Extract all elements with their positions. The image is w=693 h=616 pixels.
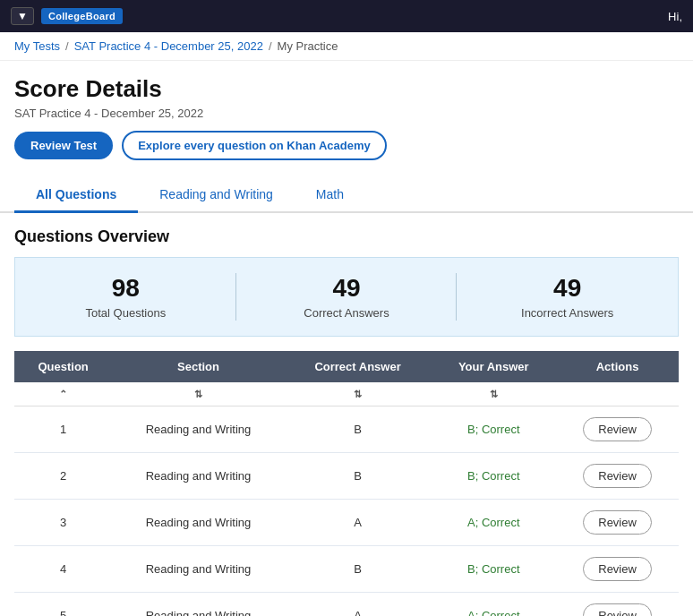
cell-your-answer-1: B; Correct — [431, 406, 556, 453]
collegeboard-logo: CollegeBoard — [41, 8, 123, 24]
cell-section-3: Reading and Writing — [112, 500, 285, 546]
tab-math[interactable]: Math — [295, 178, 365, 213]
sort-your-icon: ⇅ — [490, 389, 498, 399]
cell-correct-1: B — [285, 406, 432, 453]
cell-correct-5: A — [285, 593, 432, 617]
review-button-3[interactable]: Review — [583, 510, 652, 535]
review-button-4[interactable]: Review — [583, 557, 652, 581]
breadcrumb-my-tests[interactable]: My Tests — [14, 39, 60, 53]
review-button-1[interactable]: Review — [583, 417, 652, 441]
stats-row: 98 Total Questions 49 Correct Answers 49… — [14, 257, 679, 337]
top-nav-left: ▼ CollegeBoard — [11, 7, 123, 25]
stat-incorrect-label: Incorrect Answers — [466, 306, 669, 320]
col-actions: Actions — [556, 351, 679, 382]
cell-actions-1: Review — [556, 406, 679, 453]
questions-table: Question Section Correct Answer Your Ans… — [14, 351, 679, 616]
cell-actions-5: Review — [556, 593, 679, 617]
stat-total-number: 98 — [24, 274, 227, 303]
stat-correct-answers: 49 Correct Answers — [236, 258, 458, 336]
dropdown-arrow: ▼ — [17, 10, 28, 22]
review-test-button[interactable]: Review Test — [14, 132, 113, 159]
col-section: Section — [112, 351, 285, 382]
questions-overview-heading: Questions Overview — [14, 227, 679, 246]
stat-correct-label: Correct Answers — [245, 306, 449, 320]
cell-correct-2: B — [285, 453, 432, 500]
top-nav-right: Hi, — [668, 10, 682, 23]
score-details-title: Score Details — [14, 75, 679, 103]
col-correct-answer: Correct Answer — [285, 351, 432, 382]
cell-your-answer-4: B; Correct — [431, 546, 556, 593]
stat-incorrect-number: 49 — [466, 274, 669, 303]
breadcrumb-current: My Practice — [278, 39, 338, 53]
tabs-bar: All Questions Reading and Writing Math — [0, 178, 693, 213]
sort-section[interactable]: ⇅ — [112, 382, 285, 406]
table-header-row: Question Section Correct Answer Your Ans… — [14, 351, 679, 382]
cell-question-5: 5 — [14, 593, 112, 617]
table-row: 4Reading and WritingBB; CorrectReview — [14, 546, 679, 593]
table-row: 5Reading and WritingAA; CorrectReview — [14, 593, 679, 617]
table-row: 2Reading and WritingBB; CorrectReview — [14, 453, 679, 500]
sort-correct-answer[interactable]: ⇅ — [285, 382, 432, 406]
stat-incorrect-answers: 49 Incorrect Answers — [457, 258, 678, 336]
cell-question-1: 1 — [14, 406, 112, 453]
cell-actions-3: Review — [556, 500, 679, 546]
cell-correct-3: A — [285, 500, 432, 546]
cell-actions-2: Review — [556, 453, 679, 500]
stat-correct-number: 49 — [245, 274, 449, 303]
cell-question-4: 4 — [14, 546, 112, 593]
explore-khan-academy-button[interactable]: Explore every question on Khan Academy — [122, 131, 387, 160]
cell-your-answer-2: B; Correct — [431, 453, 556, 500]
cell-question-2: 2 — [14, 453, 112, 500]
tab-reading-writing[interactable]: Reading and Writing — [138, 178, 295, 213]
top-nav-bar: ▼ CollegeBoard Hi, — [0, 0, 693, 32]
questions-overview-section: Questions Overview 98 Total Questions 49… — [0, 213, 693, 616]
cell-your-answer-3: A; Correct — [431, 500, 556, 546]
review-button-5[interactable]: Review — [583, 603, 652, 616]
stat-total-questions: 98 Total Questions — [15, 258, 236, 336]
breadcrumb-sep-2: / — [269, 39, 272, 53]
table-body: 1Reading and WritingBB; CorrectReview2Re… — [14, 406, 679, 617]
table-row: 3Reading and WritingAA; CorrectReview — [14, 500, 679, 546]
cell-section-4: Reading and Writing — [112, 546, 285, 593]
tab-all-questions[interactable]: All Questions — [14, 178, 138, 213]
table-sort-row: ⌃ ⇅ ⇅ ⇅ — [14, 382, 679, 406]
col-question: Question — [14, 351, 112, 382]
sort-question[interactable]: ⌃ — [14, 382, 112, 406]
review-button-2[interactable]: Review — [583, 464, 652, 488]
breadcrumb-sep-1: / — [65, 39, 69, 53]
cell-actions-4: Review — [556, 546, 679, 593]
cell-question-3: 3 — [14, 500, 112, 546]
cell-section-1: Reading and Writing — [112, 406, 285, 453]
cell-section-5: Reading and Writing — [112, 593, 285, 617]
table-row: 1Reading and WritingBB; CorrectReview — [14, 406, 679, 453]
cell-section-2: Reading and Writing — [112, 453, 285, 500]
sort-actions — [556, 382, 679, 406]
col-your-answer: Your Answer — [431, 351, 556, 382]
sort-your-answer[interactable]: ⇅ — [431, 382, 556, 406]
sort-question-icon: ⌃ — [59, 389, 67, 399]
breadcrumb-practice-link[interactable]: SAT Practice 4 - December 25, 2022 — [74, 39, 263, 53]
score-details-subtitle: SAT Practice 4 - December 25, 2022 — [14, 107, 679, 120]
breadcrumb: My Tests / SAT Practice 4 - December 25,… — [0, 32, 693, 61]
cell-correct-4: B — [285, 546, 432, 593]
sort-section-icon: ⇅ — [194, 389, 202, 399]
sort-correct-icon: ⇅ — [354, 389, 362, 399]
cell-your-answer-5: A; Correct — [431, 593, 556, 617]
score-actions: Review Test Explore every question on Kh… — [14, 131, 679, 160]
stat-total-label: Total Questions — [24, 306, 227, 320]
nav-dropdown[interactable]: ▼ — [11, 7, 34, 25]
score-header: Score Details SAT Practice 4 - December … — [0, 61, 693, 171]
